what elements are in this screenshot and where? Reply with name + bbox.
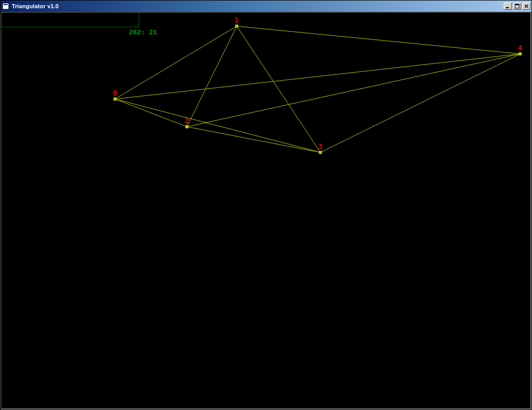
vertex-label: 4 — [518, 44, 522, 52]
app-icon — [2, 2, 10, 10]
edge — [237, 26, 320, 152]
vertex-label: 0 — [113, 89, 117, 97]
app-window: Triangulator v1.0 01234 262: 21 — [0, 0, 532, 410]
vertex-point[interactable] — [113, 97, 117, 101]
minimize-button[interactable] — [504, 3, 512, 10]
vertex-point[interactable] — [519, 52, 522, 55]
edge — [115, 54, 520, 99]
window-title: Triangulator v1.0 — [12, 3, 504, 9]
edges-layer — [2, 13, 530, 408]
edge — [187, 127, 320, 152]
vertex-point[interactable] — [235, 25, 238, 28]
svg-rect-0 — [3, 3, 9, 9]
svg-rect-1 — [4, 4, 8, 5]
titlebar[interactable]: Triangulator v1.0 — [1, 1, 531, 12]
edge — [187, 54, 520, 127]
vertex-point[interactable] — [319, 151, 322, 154]
vertex-label: 2 — [185, 116, 189, 125]
svg-rect-4 — [515, 4, 519, 5]
edge — [237, 26, 520, 54]
triangulation-canvas[interactable]: 01234 262: 21 — [2, 13, 530, 408]
svg-rect-2 — [506, 7, 509, 8]
close-button[interactable] — [522, 3, 530, 10]
edge — [320, 54, 520, 152]
status-box — [2, 13, 139, 27]
cursor-coords: 262: 21 — [129, 28, 157, 36]
edge — [115, 99, 320, 152]
vertex-label: 1 — [235, 16, 239, 24]
window-buttons — [504, 3, 530, 10]
maximize-button[interactable] — [513, 3, 521, 10]
edge — [115, 99, 187, 127]
vertex-point[interactable] — [185, 125, 188, 128]
vertex-label: 3 — [318, 142, 322, 150]
canvas-area[interactable]: 01234 262: 21 — [1, 12, 531, 409]
